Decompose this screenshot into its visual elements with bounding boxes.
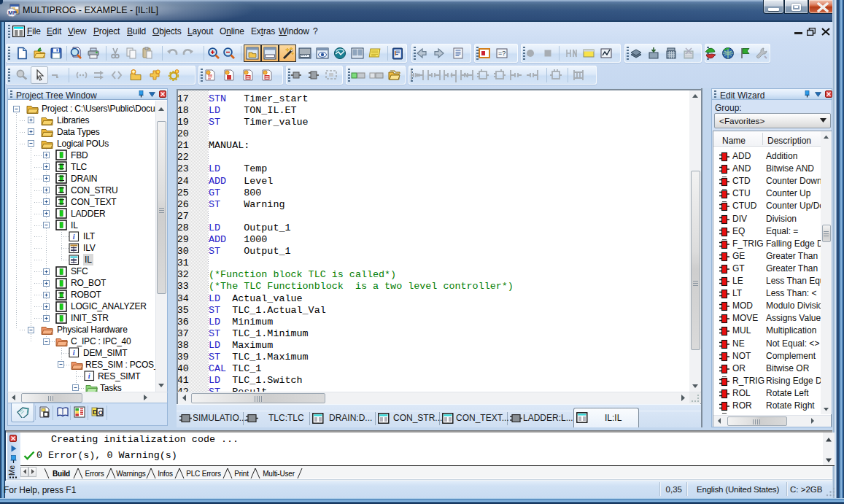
svg-text:=?: =? (498, 50, 506, 57)
svg-text:MP: MP (8, 9, 18, 16)
svg-text:Errors: Errors (85, 469, 104, 477)
svg-text:Multi-User: Multi-User (263, 469, 295, 477)
svg-text:i: i (73, 233, 75, 241)
svg-text:Warnings: Warnings (116, 469, 145, 477)
svg-text:Print: Print (234, 469, 249, 477)
svg-text:i: i (88, 372, 90, 380)
svg-text:Infos: Infos (158, 469, 173, 477)
svg-text:Build: Build (53, 469, 70, 477)
svg-text:i: i (73, 349, 75, 357)
svg-text:O: O (98, 409, 104, 416)
svg-text:PLC Errors: PLC Errors (186, 469, 221, 477)
